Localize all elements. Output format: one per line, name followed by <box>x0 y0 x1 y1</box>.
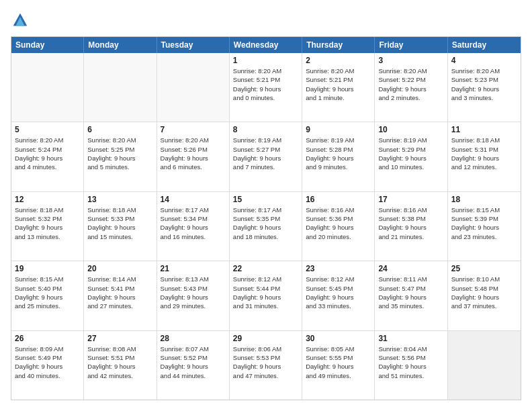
day-info: Sunrise: 8:12 AM Sunset: 5:45 PM Dayligh… <box>306 275 371 310</box>
day-info: Sunrise: 8:09 AM Sunset: 5:49 PM Dayligh… <box>15 345 80 380</box>
day-info: Sunrise: 8:20 AM Sunset: 5:21 PM Dayligh… <box>306 66 371 102</box>
day-info: Sunrise: 8:20 AM Sunset: 5:25 PM Dayligh… <box>87 136 152 171</box>
day-number: 25 <box>451 264 517 273</box>
calendar-cell: 22Sunrise: 8:12 AM Sunset: 5:44 PM Dayli… <box>230 261 302 330</box>
day-info: Sunrise: 8:15 AM Sunset: 5:39 PM Dayligh… <box>451 205 517 241</box>
calendar-cell <box>448 331 521 400</box>
day-number: 1 <box>233 56 298 65</box>
calendar-body: 1Sunrise: 8:20 AM Sunset: 5:21 PM Daylig… <box>11 53 521 400</box>
day-number: 14 <box>161 195 226 204</box>
calendar-cell <box>11 53 84 122</box>
calendar-header-cell: Sunday <box>11 37 84 53</box>
day-number: 15 <box>233 195 298 204</box>
day-info: Sunrise: 8:12 AM Sunset: 5:44 PM Dayligh… <box>233 275 298 310</box>
day-number: 10 <box>378 125 443 134</box>
calendar-cell: 29Sunrise: 8:06 AM Sunset: 5:53 PM Dayli… <box>230 331 302 400</box>
day-info: Sunrise: 8:05 AM Sunset: 5:55 PM Dayligh… <box>306 345 371 380</box>
calendar-cell: 1Sunrise: 8:20 AM Sunset: 5:21 PM Daylig… <box>230 53 302 122</box>
calendar-cell: 31Sunrise: 8:04 AM Sunset: 5:56 PM Dayli… <box>375 331 447 400</box>
calendar-cell: 4Sunrise: 8:20 AM Sunset: 5:23 PM Daylig… <box>448 53 521 122</box>
calendar-cell: 13Sunrise: 8:18 AM Sunset: 5:33 PM Dayli… <box>84 192 157 261</box>
day-number: 20 <box>87 264 152 273</box>
day-info: Sunrise: 8:11 AM Sunset: 5:47 PM Dayligh… <box>378 275 443 310</box>
day-info: Sunrise: 8:18 AM Sunset: 5:31 PM Dayligh… <box>451 136 517 171</box>
calendar-week: 1Sunrise: 8:20 AM Sunset: 5:21 PM Daylig… <box>11 53 521 122</box>
day-number: 13 <box>87 195 152 204</box>
day-info: Sunrise: 8:10 AM Sunset: 5:48 PM Dayligh… <box>451 275 517 310</box>
calendar-cell: 19Sunrise: 8:15 AM Sunset: 5:40 PM Dayli… <box>11 261 84 330</box>
calendar-cell: 16Sunrise: 8:16 AM Sunset: 5:36 PM Dayli… <box>302 192 375 261</box>
day-info: Sunrise: 8:16 AM Sunset: 5:38 PM Dayligh… <box>378 205 443 241</box>
calendar-header-cell: Wednesday <box>230 37 302 53</box>
day-number: 24 <box>378 264 443 273</box>
day-number: 16 <box>306 195 371 204</box>
day-number: 9 <box>306 125 371 134</box>
calendar-cell: 30Sunrise: 8:05 AM Sunset: 5:55 PM Dayli… <box>302 331 375 400</box>
day-info: Sunrise: 8:17 AM Sunset: 5:35 PM Dayligh… <box>233 205 298 241</box>
calendar-cell: 6Sunrise: 8:20 AM Sunset: 5:25 PM Daylig… <box>84 122 157 191</box>
day-number: 7 <box>161 125 226 134</box>
calendar-header-cell: Tuesday <box>157 37 230 53</box>
day-info: Sunrise: 8:08 AM Sunset: 5:51 PM Dayligh… <box>87 345 152 380</box>
day-number: 21 <box>161 264 226 273</box>
day-number: 23 <box>306 264 371 273</box>
calendar-header-row: SundayMondayTuesdayWednesdayThursdayFrid… <box>11 37 521 53</box>
day-info: Sunrise: 8:20 AM Sunset: 5:22 PM Dayligh… <box>378 66 443 102</box>
calendar-cell: 8Sunrise: 8:19 AM Sunset: 5:27 PM Daylig… <box>230 122 302 191</box>
day-info: Sunrise: 8:04 AM Sunset: 5:56 PM Dayligh… <box>378 345 443 380</box>
calendar: SundayMondayTuesdayWednesdayThursdayFrid… <box>11 36 521 400</box>
calendar-cell: 2Sunrise: 8:20 AM Sunset: 5:21 PM Daylig… <box>302 53 375 122</box>
calendar-cell: 23Sunrise: 8:12 AM Sunset: 5:45 PM Dayli… <box>302 261 375 330</box>
day-info: Sunrise: 8:14 AM Sunset: 5:41 PM Dayligh… <box>87 275 152 310</box>
calendar-cell: 24Sunrise: 8:11 AM Sunset: 5:47 PM Dayli… <box>375 261 447 330</box>
day-number: 22 <box>233 264 298 273</box>
day-info: Sunrise: 8:20 AM Sunset: 5:21 PM Dayligh… <box>233 66 298 102</box>
calendar-header-cell: Saturday <box>448 37 521 53</box>
calendar-cell <box>157 53 230 122</box>
day-number: 31 <box>378 334 443 343</box>
day-number: 28 <box>161 334 226 343</box>
calendar-cell: 15Sunrise: 8:17 AM Sunset: 5:35 PM Dayli… <box>230 192 302 261</box>
day-number: 29 <box>233 334 298 343</box>
page: SundayMondayTuesdayWednesdayThursdayFrid… <box>0 0 532 411</box>
calendar-cell: 3Sunrise: 8:20 AM Sunset: 5:22 PM Daylig… <box>375 53 447 122</box>
calendar-cell: 10Sunrise: 8:19 AM Sunset: 5:29 PM Dayli… <box>375 122 447 191</box>
day-info: Sunrise: 8:06 AM Sunset: 5:53 PM Dayligh… <box>233 345 298 380</box>
day-info: Sunrise: 8:19 AM Sunset: 5:27 PM Dayligh… <box>233 136 298 171</box>
day-info: Sunrise: 8:18 AM Sunset: 5:33 PM Dayligh… <box>87 205 152 241</box>
calendar-cell: 20Sunrise: 8:14 AM Sunset: 5:41 PM Dayli… <box>84 261 157 330</box>
calendar-cell: 9Sunrise: 8:19 AM Sunset: 5:28 PM Daylig… <box>302 122 375 191</box>
day-info: Sunrise: 8:16 AM Sunset: 5:36 PM Dayligh… <box>306 205 371 241</box>
calendar-cell: 28Sunrise: 8:07 AM Sunset: 5:52 PM Dayli… <box>157 331 230 400</box>
day-number: 6 <box>87 125 152 134</box>
day-number: 18 <box>451 195 517 204</box>
day-number: 5 <box>15 125 80 134</box>
day-number: 12 <box>15 195 80 204</box>
calendar-cell: 14Sunrise: 8:17 AM Sunset: 5:34 PM Dayli… <box>157 192 230 261</box>
calendar-cell: 7Sunrise: 8:20 AM Sunset: 5:26 PM Daylig… <box>157 122 230 191</box>
calendar-cell: 5Sunrise: 8:20 AM Sunset: 5:24 PM Daylig… <box>11 122 84 191</box>
calendar-cell: 26Sunrise: 8:09 AM Sunset: 5:49 PM Dayli… <box>11 331 84 400</box>
day-number: 30 <box>306 334 371 343</box>
calendar-week: 19Sunrise: 8:15 AM Sunset: 5:40 PM Dayli… <box>11 261 521 330</box>
calendar-cell: 27Sunrise: 8:08 AM Sunset: 5:51 PM Dayli… <box>84 331 157 400</box>
day-info: Sunrise: 8:20 AM Sunset: 5:23 PM Dayligh… <box>451 66 517 102</box>
calendar-cell <box>84 53 157 122</box>
day-number: 11 <box>451 125 517 134</box>
day-number: 2 <box>306 56 371 65</box>
day-info: Sunrise: 8:19 AM Sunset: 5:29 PM Dayligh… <box>378 136 443 171</box>
day-number: 26 <box>15 334 80 343</box>
calendar-cell: 11Sunrise: 8:18 AM Sunset: 5:31 PM Dayli… <box>448 122 521 191</box>
day-info: Sunrise: 8:20 AM Sunset: 5:26 PM Dayligh… <box>161 136 226 171</box>
day-info: Sunrise: 8:20 AM Sunset: 5:24 PM Dayligh… <box>15 136 80 171</box>
day-number: 17 <box>378 195 443 204</box>
logo-icon <box>11 11 30 30</box>
calendar-cell: 18Sunrise: 8:15 AM Sunset: 5:39 PM Dayli… <box>448 192 521 261</box>
calendar-header-cell: Friday <box>375 37 447 53</box>
calendar-week: 26Sunrise: 8:09 AM Sunset: 5:49 PM Dayli… <box>11 331 521 400</box>
header <box>11 11 521 30</box>
day-number: 8 <box>233 125 298 134</box>
day-info: Sunrise: 8:18 AM Sunset: 5:32 PM Dayligh… <box>15 205 80 241</box>
calendar-week: 12Sunrise: 8:18 AM Sunset: 5:32 PM Dayli… <box>11 192 521 261</box>
calendar-cell: 25Sunrise: 8:10 AM Sunset: 5:48 PM Dayli… <box>448 261 521 330</box>
